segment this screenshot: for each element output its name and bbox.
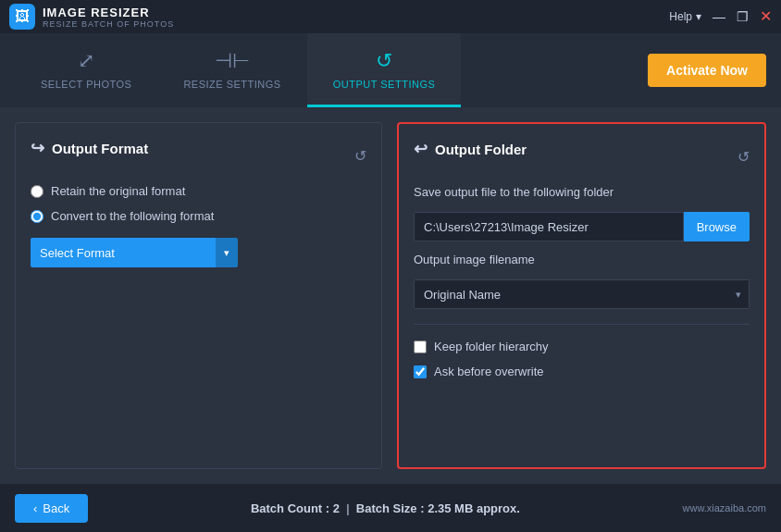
close-button[interactable]: ✕	[760, 9, 772, 24]
tab-resize-settings-label: RESIZE SETTINGS	[183, 79, 280, 90]
folder-panel-header-row: ↩ Output Folder ↺	[414, 139, 750, 174]
watermark: www.xiazaiba.com	[683, 502, 766, 513]
keep-hierarchy-label: Keep folder hierarchy	[434, 340, 549, 353]
restore-button[interactable]: ❐	[737, 10, 749, 23]
help-button[interactable]: Help ▾	[669, 10, 701, 23]
retain-format-label: Retain the original format	[51, 184, 185, 198]
retain-format-row: Retain the original format	[31, 184, 366, 198]
format-panel-header: ↪ Output Format	[31, 138, 148, 158]
convert-format-label: Convert to the following format	[51, 209, 214, 223]
convert-format-radio[interactable]	[31, 210, 43, 223]
batch-size-value: 2.35 MB approx.	[428, 501, 520, 515]
batch-info: Batch Count : 2 | Batch Size : 2.35 MB a…	[251, 501, 520, 515]
filename-label: Output image filename	[414, 253, 750, 266]
divider	[414, 324, 750, 325]
format-panel-header-row: ↪ Output Format ↺	[31, 138, 366, 173]
format-dropdown: Select Format JPEG PNG BMP GIF TIFF WebP…	[31, 238, 366, 267]
main-content: ↪ Output Format ↺ Retain the original fo…	[0, 107, 781, 484]
output-folder-panel: ↩ Output Folder ↺ Save output file to th…	[397, 122, 766, 469]
nav-tabs: ⤢ SELECT PHOTOS ⊣⊢ RESIZE SETTINGS ↺ OUT…	[15, 33, 461, 107]
folder-panel-header: ↩ Output Folder	[414, 139, 527, 159]
tab-select-photos-label: SELECT PHOTOS	[41, 79, 131, 90]
filename-select[interactable]: Original Name Custom Name Sequential	[415, 279, 728, 309]
resize-settings-icon: ⊣⊢	[215, 49, 251, 73]
format-panel-title: Output Format	[52, 141, 148, 156]
app-subtitle: RESIZE BATCH OF PHOTOS	[43, 19, 174, 29]
folder-input-row: Browse	[414, 212, 750, 241]
format-options: Retain the original format Convert to th…	[31, 184, 366, 267]
tab-output-settings-label: OUTPUT SETTINGS	[333, 79, 436, 90]
app-icon: 🖼	[9, 4, 35, 30]
filename-select-wrapper: Original Name Custom Name Sequential ▾	[414, 279, 750, 309]
back-button[interactable]: ‹ Back	[15, 494, 88, 523]
format-panel-icon: ↪	[31, 138, 44, 158]
keep-hierarchy-checkbox[interactable]	[414, 340, 427, 353]
folder-reset-icon[interactable]: ↺	[738, 148, 750, 166]
title-bar: 🖼 IMAGE RESIZER RESIZE BATCH OF PHOTOS H…	[0, 0, 781, 33]
format-select[interactable]: Select Format JPEG PNG BMP GIF TIFF WebP	[31, 238, 216, 267]
save-label: Save output file to the following folder	[414, 185, 750, 199]
folder-section: Save output file to the following folder…	[414, 185, 750, 378]
separator: |	[346, 501, 349, 515]
batch-count-label: Batch Count :	[251, 501, 329, 515]
format-reset-icon[interactable]: ↺	[354, 147, 366, 165]
minimize-button[interactable]: —	[713, 10, 725, 23]
output-settings-icon: ↺	[376, 49, 393, 73]
activate-button[interactable]: Activate Now	[648, 54, 766, 87]
batch-size-label: Batch Size :	[356, 501, 425, 515]
keep-hierarchy-row: Keep folder hierarchy	[414, 340, 750, 353]
tab-select-photos[interactable]: ⤢ SELECT PHOTOS	[15, 33, 157, 107]
folder-panel-title: Output Folder	[435, 142, 527, 157]
ask-overwrite-label: Ask before overwrite	[434, 365, 544, 378]
title-bar-text: IMAGE RESIZER RESIZE BATCH OF PHOTOS	[43, 6, 174, 29]
select-photos-icon: ⤢	[78, 49, 95, 73]
tab-resize-settings[interactable]: ⊣⊢ RESIZE SETTINGS	[157, 33, 306, 107]
ask-overwrite-row: Ask before overwrite	[414, 365, 750, 378]
ask-overwrite-checkbox[interactable]	[414, 365, 427, 378]
retain-format-radio[interactable]	[31, 185, 43, 198]
app-name: IMAGE RESIZER	[43, 6, 174, 19]
convert-format-row: Convert to the following format	[31, 209, 366, 223]
output-format-panel: ↪ Output Format ↺ Retain the original fo…	[15, 122, 382, 469]
format-select-arrow[interactable]: ▾	[216, 238, 238, 267]
back-label: Back	[43, 501, 69, 515]
batch-count-value: 2	[333, 501, 340, 515]
filename-select-arrow[interactable]: ▾	[728, 289, 749, 301]
browse-button[interactable]: Browse	[684, 212, 750, 241]
folder-path-input[interactable]	[414, 212, 684, 241]
title-bar-left: 🖼 IMAGE RESIZER RESIZE BATCH OF PHOTOS	[9, 4, 174, 30]
folder-panel-icon: ↩	[414, 139, 428, 159]
title-bar-controls: Help ▾ — ❐ ✕	[669, 9, 772, 24]
tab-output-settings[interactable]: ↺ OUTPUT SETTINGS	[307, 33, 462, 107]
toolbar: ⤢ SELECT PHOTOS ⊣⊢ RESIZE SETTINGS ↺ OUT…	[0, 33, 781, 107]
back-icon: ‹	[33, 501, 37, 515]
bottom-bar: ‹ Back Batch Count : 2 | Batch Size : 2.…	[0, 484, 781, 532]
